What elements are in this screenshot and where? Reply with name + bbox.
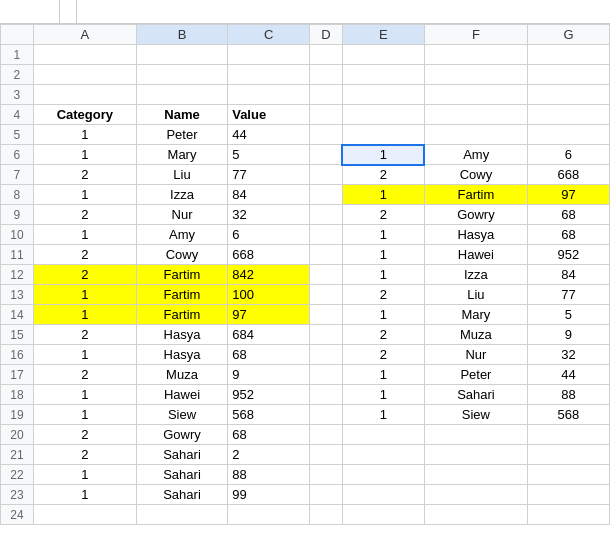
cell-b16[interactable]: Hasya bbox=[136, 345, 227, 365]
cell-d3[interactable] bbox=[310, 85, 343, 105]
cell-d11[interactable] bbox=[310, 245, 343, 265]
cell-c24[interactable] bbox=[228, 505, 310, 525]
cell-g23[interactable] bbox=[527, 485, 609, 505]
cell-g22[interactable] bbox=[527, 465, 609, 485]
cell-e23[interactable] bbox=[342, 485, 424, 505]
cell-b12[interactable]: Fartim bbox=[136, 265, 227, 285]
cell-a24[interactable] bbox=[33, 505, 136, 525]
cell-g20[interactable] bbox=[527, 425, 609, 445]
cell-e9[interactable]: 2 bbox=[342, 205, 424, 225]
cell-f4[interactable] bbox=[424, 105, 527, 125]
cell-b1[interactable] bbox=[136, 45, 227, 65]
cell-f7[interactable]: Cowy bbox=[424, 165, 527, 185]
cell-c16[interactable]: 68 bbox=[228, 345, 310, 365]
cell-f22[interactable] bbox=[424, 465, 527, 485]
cell-f15[interactable]: Muza bbox=[424, 325, 527, 345]
cell-e21[interactable] bbox=[342, 445, 424, 465]
cell-c1[interactable] bbox=[228, 45, 310, 65]
cell-d15[interactable] bbox=[310, 325, 343, 345]
cell-d1[interactable] bbox=[310, 45, 343, 65]
cell-f14[interactable]: Mary bbox=[424, 305, 527, 325]
cell-g13[interactable]: 77 bbox=[527, 285, 609, 305]
cell-a15[interactable]: 2 bbox=[33, 325, 136, 345]
cell-f19[interactable]: Siew bbox=[424, 405, 527, 425]
cell-g3[interactable] bbox=[527, 85, 609, 105]
cell-f5[interactable] bbox=[424, 125, 527, 145]
cell-g17[interactable]: 44 bbox=[527, 365, 609, 385]
cell-e12[interactable]: 1 bbox=[342, 265, 424, 285]
cell-b18[interactable]: Hawei bbox=[136, 385, 227, 405]
cell-a6[interactable]: 1 bbox=[33, 145, 136, 165]
cell-b17[interactable]: Muza bbox=[136, 365, 227, 385]
cell-c7[interactable]: 77 bbox=[228, 165, 310, 185]
cell-e13[interactable]: 2 bbox=[342, 285, 424, 305]
cell-f10[interactable]: Hasya bbox=[424, 225, 527, 245]
cell-a14[interactable]: 1 bbox=[33, 305, 136, 325]
cell-d8[interactable] bbox=[310, 185, 343, 205]
cell-f11[interactable]: Hawei bbox=[424, 245, 527, 265]
cell-b9[interactable]: Nur bbox=[136, 205, 227, 225]
cell-c20[interactable]: 68 bbox=[228, 425, 310, 445]
cell-b14[interactable]: Fartim bbox=[136, 305, 227, 325]
cell-b20[interactable]: Gowry bbox=[136, 425, 227, 445]
cell-b22[interactable]: Sahari bbox=[136, 465, 227, 485]
cell-d9[interactable] bbox=[310, 205, 343, 225]
cell-e7[interactable]: 2 bbox=[342, 165, 424, 185]
cell-g12[interactable]: 84 bbox=[527, 265, 609, 285]
cell-g16[interactable]: 32 bbox=[527, 345, 609, 365]
cell-f9[interactable]: Gowry bbox=[424, 205, 527, 225]
cell-f12[interactable]: Izza bbox=[424, 265, 527, 285]
cell-e22[interactable] bbox=[342, 465, 424, 485]
cell-g10[interactable]: 68 bbox=[527, 225, 609, 245]
cell-d14[interactable] bbox=[310, 305, 343, 325]
cell-a18[interactable]: 1 bbox=[33, 385, 136, 405]
cell-e11[interactable]: 1 bbox=[342, 245, 424, 265]
cell-c9[interactable]: 32 bbox=[228, 205, 310, 225]
cell-a10[interactable]: 1 bbox=[33, 225, 136, 245]
cell-e5[interactable] bbox=[342, 125, 424, 145]
cell-a23[interactable]: 1 bbox=[33, 485, 136, 505]
cell-c3[interactable] bbox=[228, 85, 310, 105]
cell-a4[interactable]: Category bbox=[33, 105, 136, 125]
cell-g9[interactable]: 68 bbox=[527, 205, 609, 225]
cell-d10[interactable] bbox=[310, 225, 343, 245]
cell-b15[interactable]: Hasya bbox=[136, 325, 227, 345]
cell-g4[interactable] bbox=[527, 105, 609, 125]
cell-g11[interactable]: 952 bbox=[527, 245, 609, 265]
cell-b8[interactable]: Izza bbox=[136, 185, 227, 205]
cell-a21[interactable]: 2 bbox=[33, 445, 136, 465]
cell-d21[interactable] bbox=[310, 445, 343, 465]
cell-d20[interactable] bbox=[310, 425, 343, 445]
cell-c21[interactable]: 2 bbox=[228, 445, 310, 465]
cell-d16[interactable] bbox=[310, 345, 343, 365]
cell-d4[interactable] bbox=[310, 105, 343, 125]
cell-a5[interactable]: 1 bbox=[33, 125, 136, 145]
cell-c17[interactable]: 9 bbox=[228, 365, 310, 385]
cell-d18[interactable] bbox=[310, 385, 343, 405]
cell-a9[interactable]: 2 bbox=[33, 205, 136, 225]
cell-d22[interactable] bbox=[310, 465, 343, 485]
cell-c4[interactable]: Value bbox=[228, 105, 310, 125]
cell-b7[interactable]: Liu bbox=[136, 165, 227, 185]
cell-g7[interactable]: 668 bbox=[527, 165, 609, 185]
cell-b6[interactable]: Mary bbox=[136, 145, 227, 165]
cell-a19[interactable]: 1 bbox=[33, 405, 136, 425]
cell-c6[interactable]: 5 bbox=[228, 145, 310, 165]
cell-a2[interactable] bbox=[33, 65, 136, 85]
cell-f3[interactable] bbox=[424, 85, 527, 105]
cell-a17[interactable]: 2 bbox=[33, 365, 136, 385]
cell-f6[interactable]: Amy bbox=[424, 145, 527, 165]
cell-d5[interactable] bbox=[310, 125, 343, 145]
cell-a22[interactable]: 1 bbox=[33, 465, 136, 485]
cell-c10[interactable]: 6 bbox=[228, 225, 310, 245]
cell-e24[interactable] bbox=[342, 505, 424, 525]
cell-c13[interactable]: 100 bbox=[228, 285, 310, 305]
cell-d19[interactable] bbox=[310, 405, 343, 425]
cell-g21[interactable] bbox=[527, 445, 609, 465]
cell-f8[interactable]: Fartim bbox=[424, 185, 527, 205]
cell-g6[interactable]: 6 bbox=[527, 145, 609, 165]
cell-c15[interactable]: 684 bbox=[228, 325, 310, 345]
cell-c11[interactable]: 668 bbox=[228, 245, 310, 265]
cell-b10[interactable]: Amy bbox=[136, 225, 227, 245]
cell-f23[interactable] bbox=[424, 485, 527, 505]
